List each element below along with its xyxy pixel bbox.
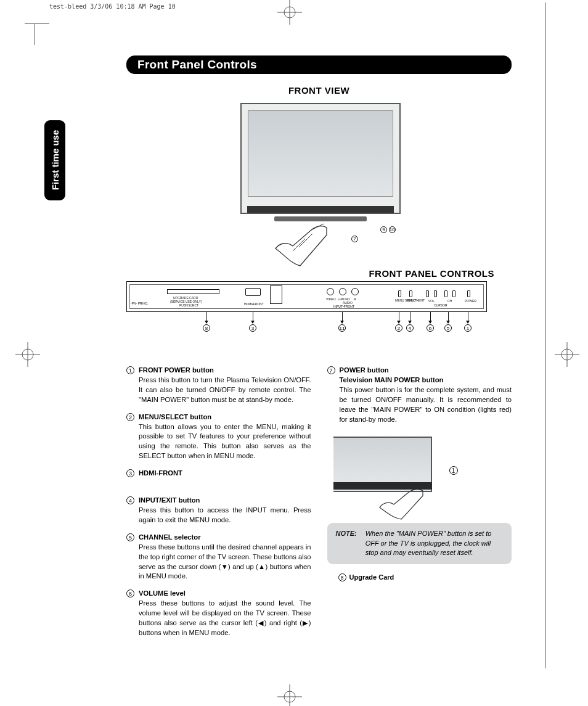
item-6-body: Press these buttons to adjust the sound …	[139, 599, 311, 636]
audio-r-jack	[351, 288, 359, 295]
input-button-shape	[409, 290, 412, 297]
menu-button-shape	[398, 290, 401, 297]
description-columns: 1 FRONT POWER buttonPress this button to…	[126, 366, 512, 646]
inputfront-label: INPUT•FRONT	[333, 305, 354, 308]
power-button-shape	[467, 290, 470, 297]
item-7-title: POWER button	[340, 366, 389, 374]
item-3-title: HDMI-FRONT	[139, 469, 182, 477]
panel-pn: -PN- PRH01	[131, 302, 148, 305]
note-body: When the "MAIN POWER" button is set to O…	[365, 529, 503, 557]
upgrade-card-label: Upgrade Card	[349, 573, 394, 581]
ch-up-shape	[452, 290, 455, 297]
header-meta: test-bleed 3/3/06 10:18 AM Page 10	[49, 3, 176, 10]
item-1: 1 FRONT POWER buttonPress this button to…	[126, 366, 311, 405]
vol-down-shape	[426, 290, 429, 297]
item-7-body: This power button is for the complete sy…	[340, 386, 512, 423]
crop-mark-bottom	[277, 684, 302, 706]
item-2-title: MENU/SELECT button	[139, 413, 211, 421]
item-2-body: This button allows you to enter the MENU…	[139, 423, 311, 460]
video-label: VIDEO	[326, 297, 336, 301]
item-7: 7 POWER button Television MAIN POWER but…	[327, 366, 512, 424]
inputexit-label: INPUT •EXIT	[407, 299, 425, 302]
page-title: Front Panel Controls	[126, 55, 512, 74]
note-label: NOTE:	[336, 529, 357, 557]
crop-mark-top	[277, 0, 302, 25]
item-5: 5 CHANNEL selectorPress these buttons un…	[126, 533, 311, 582]
item-7-subtitle: Television MAIN POWER button	[340, 376, 444, 384]
trim-line-right	[545, 2, 546, 668]
crop-mark-right	[555, 342, 579, 367]
right-column: 7 POWER button Television MAIN POWER but…	[327, 366, 512, 646]
tv-bezel-bottom	[247, 206, 394, 213]
upgrade-card-slot	[167, 289, 219, 294]
ch-label: CH	[447, 299, 452, 303]
pusheject-label: PUSH:EJECT	[179, 303, 198, 307]
item-1-title: FRONT POWER button	[139, 366, 214, 374]
item-4-title: INPUT/EXIT button	[139, 496, 200, 504]
closeup-ref-1: 1	[449, 466, 458, 476]
note-box: NOTE: When the "MAIN POWER" button is se…	[327, 523, 512, 564]
vol-up-shape	[434, 290, 437, 297]
page-content: Front Panel Controls FRONT VIEW 7 9 10 F…	[43, 55, 542, 646]
audio-l-jack	[339, 288, 346, 295]
hdmi-label: HDMI•FRONT	[244, 302, 264, 306]
tv-closeup-figure: 1	[327, 432, 512, 518]
item-5-title: CHANNEL selector	[139, 533, 201, 541]
item-4: 4 INPUT/EXIT buttonPress this button to …	[126, 496, 311, 525]
item-5-body: Press these buttons until the desired ch…	[139, 543, 311, 580]
item-3: 3 HDMI-FRONT	[126, 469, 311, 478]
trim-line-left	[34, 23, 35, 45]
tv-stand	[274, 216, 367, 221]
callout-7: 7	[351, 235, 358, 242]
hdmi-port	[245, 288, 261, 296]
hand-closeup-icon	[377, 487, 432, 521]
door-icon	[270, 285, 282, 304]
main-content: FRONT VIEW 7 9 10 FRONT PANEL CONTROLS -…	[126, 85, 512, 646]
panel-refs: 8 3 11 2 4 6 5 1	[126, 312, 512, 332]
vol-label: VOL	[428, 299, 435, 303]
left-column: 1 FRONT POWER buttonPress this button to…	[126, 366, 311, 646]
ch-down-shape	[444, 290, 447, 297]
item-1-body: Press this button to turn the Plasma Tel…	[139, 376, 311, 403]
front-panel-diagram: -PN- PRH01 UPGRADE CARD (SERVICE USE ONL…	[126, 281, 487, 312]
hand-icon	[268, 223, 336, 272]
item-4-body: Press this button to access the INPUT me…	[139, 506, 311, 523]
tv-front-figure: 7 9 10	[126, 99, 512, 272]
tv-illustration	[240, 103, 401, 214]
power-label: POWER	[465, 299, 476, 303]
crop-mark-left	[15, 342, 40, 367]
video-jack	[327, 288, 334, 295]
callout-9-10: 9 10	[380, 226, 396, 233]
item-6: 6 VOLUME levelPress these buttons to adj…	[126, 589, 311, 638]
r-label: R	[354, 297, 356, 301]
item-6-title: VOLUME level	[139, 589, 186, 597]
cursor-label: CURSOR	[434, 303, 447, 307]
item-2: 2 MENU/SELECT buttonThis button allows y…	[126, 413, 311, 462]
upgrade-card-line: 8 Upgrade Card	[327, 573, 512, 583]
trim-line-top	[25, 23, 49, 48]
tv-screen	[248, 110, 393, 197]
front-view-heading: FRONT VIEW	[126, 85, 512, 96]
